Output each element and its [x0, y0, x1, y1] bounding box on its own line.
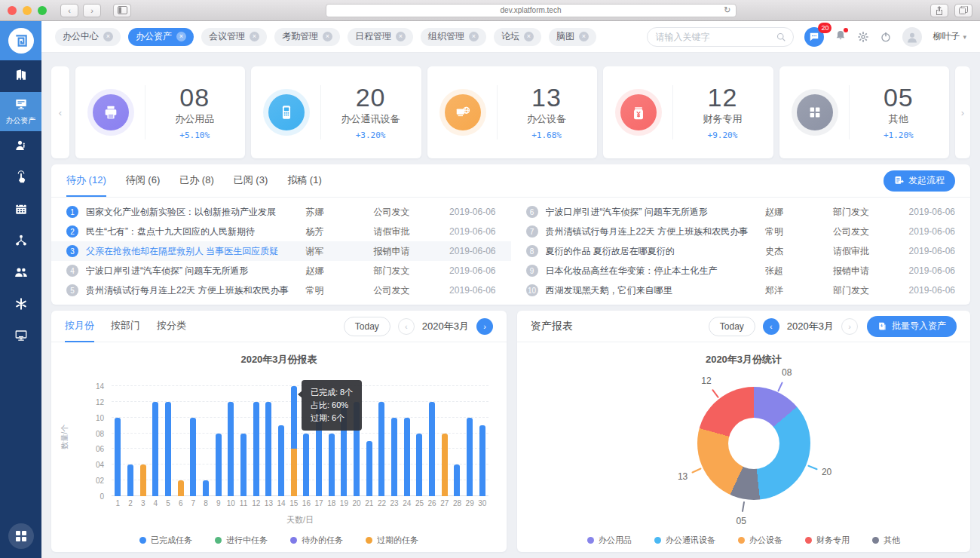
- bar-column[interactable]: [438, 386, 451, 496]
- asset-prev-month-button[interactable]: ‹: [763, 318, 779, 335]
- bar-column[interactable]: [250, 386, 262, 496]
- legend-item[interactable]: 财务专用: [805, 535, 850, 546]
- header-tab[interactable]: 办公资产×: [128, 28, 194, 46]
- header-tab[interactable]: 考勤管理×: [274, 28, 340, 46]
- bar-column[interactable]: [112, 386, 124, 496]
- browser-back-button[interactable]: ‹: [60, 4, 78, 17]
- bar-column[interactable]: [388, 386, 401, 496]
- settings-gear-icon[interactable]: [857, 31, 869, 43]
- stat-card[interactable]: 08办公用品+5.10%: [75, 66, 245, 158]
- start-flow-button[interactable]: 发起流程: [884, 170, 955, 192]
- close-tab-icon[interactable]: ×: [250, 32, 259, 41]
- bar-column[interactable]: [162, 386, 175, 496]
- browser-forward-button[interactable]: ›: [83, 4, 101, 17]
- tab-by-category[interactable]: 按分类: [157, 311, 186, 342]
- legend-item[interactable]: 办公通讯设备: [654, 535, 715, 546]
- todo-tab[interactable]: 待办 (12): [66, 164, 106, 197]
- bar-column[interactable]: [426, 386, 439, 496]
- bar-column[interactable]: [413, 386, 426, 496]
- asset-today-button[interactable]: Today: [709, 317, 755, 336]
- todo-list-item[interactable]: 9日本化妆品高丝在华变策：停止本土化生产张超报销申请2019-06-06: [511, 261, 971, 281]
- apps-grid-button[interactable]: [8, 523, 34, 549]
- tab-by-department[interactable]: 按部门: [111, 311, 140, 342]
- bar-column[interactable]: [375, 386, 388, 496]
- bar-column[interactable]: [451, 386, 464, 496]
- bar-column[interactable]: [464, 386, 476, 496]
- asset-next-month-button[interactable]: ›: [841, 318, 858, 335]
- todo-list-item[interactable]: 3父亲在抢救他却在隔壁救别人 当事医生回应质疑谢军报销申请2019-06-06: [51, 241, 511, 261]
- sidebar-item-office-assets[interactable]: 办公资产: [0, 92, 41, 131]
- bar-column[interactable]: [476, 386, 488, 496]
- todo-tab[interactable]: 已阅 (3): [234, 164, 268, 197]
- header-tab[interactable]: 日程管理×: [348, 28, 413, 46]
- stat-card[interactable]: 13办公设备+1.68%: [427, 66, 597, 158]
- stat-card[interactable]: 12财务专用+9.20%: [603, 66, 773, 158]
- legend-item[interactable]: 待办的任务: [290, 535, 343, 546]
- sidebar-item-mindmap[interactable]: [0, 290, 41, 321]
- bar-column[interactable]: [174, 386, 187, 496]
- messages-button[interactable]: 20: [804, 27, 824, 47]
- stat-card[interactable]: 05其他+1.20%: [779, 66, 949, 158]
- bar-column[interactable]: [124, 386, 137, 496]
- legend-item[interactable]: 办公设备: [738, 535, 782, 546]
- bar-column[interactable]: [200, 386, 213, 496]
- sidebar-item-meeting[interactable]: [0, 131, 41, 163]
- bar-column[interactable]: [363, 386, 375, 496]
- header-tab[interactable]: 办公中心×: [55, 28, 121, 46]
- close-tab-icon[interactable]: ×: [103, 32, 113, 41]
- close-tab-icon[interactable]: ×: [469, 32, 479, 41]
- bulk-import-button[interactable]: 批量导入资产: [867, 316, 957, 337]
- bar-column[interactable]: [136, 386, 149, 496]
- legend-item[interactable]: 办公用品: [587, 535, 632, 546]
- sidebar-item-forum[interactable]: [0, 258, 41, 290]
- browser-sidebar-toggle-button[interactable]: [113, 4, 131, 17]
- user-menu[interactable]: 柳叶子 ▾: [933, 30, 966, 43]
- bar-column[interactable]: [400, 386, 413, 496]
- sidebar-item-schedule[interactable]: [0, 195, 41, 226]
- cards-scroll-left-button[interactable]: ‹: [51, 66, 69, 158]
- stat-card[interactable]: 20办公通讯设备+3.20%: [251, 66, 421, 158]
- tab-by-month[interactable]: 按月份: [65, 311, 94, 342]
- bar-column[interactable]: [237, 386, 250, 496]
- todo-list-item[interactable]: 5贵州清镇试行每月连上22天 方便上班族和农民办事常明公司发文2019-06-0…: [51, 281, 511, 300]
- legend-item[interactable]: 进行中任务: [215, 535, 268, 546]
- legend-item[interactable]: 其他: [872, 535, 900, 546]
- todo-tab[interactable]: 拟稿 (1): [287, 164, 322, 197]
- search-icon[interactable]: [776, 32, 786, 42]
- address-bar[interactable]: dev.xplatform.tech ↻: [326, 4, 737, 17]
- todo-list-item[interactable]: 8夏衍的作品 夏衍故居在哪夏衍的史杰请假审批2019-06-06: [511, 241, 971, 261]
- cards-scroll-right-button[interactable]: ›: [955, 66, 970, 158]
- sidebar-item-organization[interactable]: [0, 226, 41, 258]
- todo-list-item[interactable]: 10西湖发现黑天鹅，它们来自哪里郑洋部门发文2019-06-06: [511, 281, 971, 300]
- power-icon[interactable]: [880, 31, 892, 43]
- minimize-window-button[interactable]: [23, 6, 32, 15]
- todo-list-item[interactable]: 7贵州清镇试行每月连上22天 方便上班族和农民办事常明公司发文2019-06-0…: [511, 222, 971, 241]
- notifications-button[interactable]: [835, 29, 847, 44]
- today-button[interactable]: Today: [344, 317, 390, 336]
- header-tab[interactable]: 论坛×: [494, 28, 541, 46]
- close-tab-icon[interactable]: ×: [396, 32, 406, 41]
- close-tab-icon[interactable]: ×: [524, 32, 534, 41]
- close-tab-icon[interactable]: ×: [579, 32, 589, 41]
- share-button[interactable]: [930, 4, 948, 17]
- zoom-window-button[interactable]: [38, 6, 47, 15]
- todo-tab[interactable]: 已办 (8): [179, 164, 214, 197]
- bar-column[interactable]: [275, 386, 288, 496]
- todo-list-item[interactable]: 4宁波口岸引进“汽车侦探” 问题车无所遁形赵娜部门发文2019-06-06: [51, 261, 511, 281]
- bar-column[interactable]: [149, 386, 162, 496]
- close-window-button[interactable]: [8, 6, 17, 15]
- bar-column[interactable]: [225, 386, 237, 496]
- header-tab[interactable]: 脑图×: [549, 28, 596, 46]
- sidebar-item-attendance[interactable]: [0, 163, 41, 195]
- sidebar-item-office-center[interactable]: [0, 60, 41, 92]
- prev-month-button[interactable]: ‹: [398, 318, 415, 335]
- close-tab-icon[interactable]: ×: [323, 32, 332, 41]
- next-month-button[interactable]: ›: [476, 318, 493, 335]
- search-input[interactable]: [655, 32, 772, 42]
- tabs-overview-button[interactable]: [954, 4, 972, 17]
- legend-item[interactable]: 过期的任务: [366, 535, 418, 546]
- todo-list-item[interactable]: 1国家文化产业创新实验区：以创新推动产业发展苏娜公司发文2019-06-06: [51, 202, 511, 222]
- reload-icon[interactable]: ↻: [724, 5, 730, 15]
- global-search[interactable]: [647, 27, 794, 47]
- sidebar-item-workspace[interactable]: [0, 321, 41, 353]
